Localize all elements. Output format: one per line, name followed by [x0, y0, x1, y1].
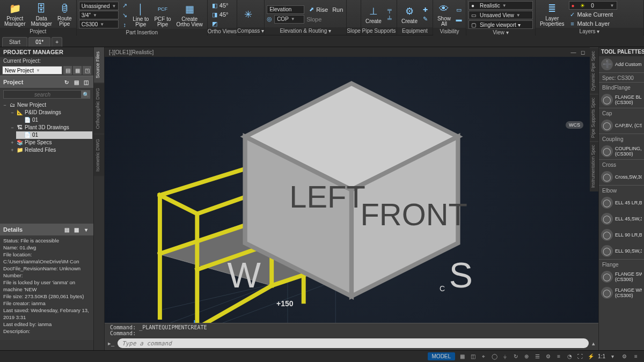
- pm-tool-button[interactable]: ◫: [82, 78, 90, 86]
- status-toggle-icon[interactable]: ⌖: [479, 352, 488, 361]
- tp-item[interactable]: ◯ELL 90 LR,BV,: [599, 227, 644, 243]
- status-toggle-icon[interactable]: ⚡: [586, 352, 596, 361]
- create-equipment-button[interactable]: ⚙Create: [399, 1, 420, 27]
- spec-dropdown[interactable]: CS300▼: [79, 20, 119, 28]
- status-menu-icon[interactable]: ≡: [631, 352, 641, 361]
- data-manager-button[interactable]: 🗄Data Manager: [28, 1, 54, 28]
- status-toggle-icon[interactable]: ☰: [532, 352, 542, 361]
- line-to-pipe-button[interactable]: │Line to Pipe: [130, 1, 151, 29]
- tree-node[interactable]: 📄01: [16, 131, 92, 139]
- twisty-icon[interactable]: −: [2, 101, 8, 109]
- twisty-icon[interactable]: −: [10, 109, 15, 116]
- tp-item[interactable]: ◯ELL 45,SW,300: [599, 211, 644, 227]
- panel-title[interactable]: Compass ▾: [237, 27, 264, 35]
- viewport-label[interactable]: [-][OLE1][Realistic]: [109, 49, 153, 55]
- maximize-icon[interactable]: ◻: [581, 49, 585, 55]
- route-pipe-button[interactable]: 🛢Route Pipe: [55, 1, 74, 28]
- pm-refresh-button[interactable]: ↻: [62, 78, 71, 86]
- tp-item[interactable]: ◯ELL 90,SW,300: [599, 243, 644, 259]
- status-toggle-icon[interactable]: ⚙: [543, 352, 553, 361]
- angle-more-button[interactable]: ◩: [210, 19, 230, 28]
- status-toggle-icon[interactable]: ≡: [554, 352, 564, 361]
- part-small-btn[interactable]: ↗: [120, 1, 129, 10]
- panel-title[interactable]: Layers ▾: [536, 28, 643, 35]
- details-view-button[interactable]: ▤: [62, 225, 71, 234]
- tree-node[interactable]: +📁Related Files: [9, 146, 92, 154]
- file-tab-start[interactable]: Start: [2, 37, 27, 47]
- twisty-icon[interactable]: +: [10, 139, 15, 146]
- search-icon[interactable]: 🔍: [82, 90, 90, 99]
- command-input[interactable]: [122, 340, 584, 347]
- project-section-header[interactable]: Project ↻ ▤ ◫: [0, 76, 93, 88]
- pm-tool-button[interactable]: ▤: [63, 66, 72, 75]
- scale-display[interactable]: 1:1: [598, 353, 605, 359]
- new-tab-button[interactable]: +: [52, 37, 62, 47]
- spec-unassigned-dropdown[interactable]: Unassigned▼: [79, 2, 119, 10]
- angle-45-button[interactable]: ◧45°: [210, 1, 230, 10]
- wcs-badge[interactable]: WCS: [566, 121, 583, 129]
- status-toggle-icon[interactable]: ◯: [489, 352, 499, 361]
- twisty-icon[interactable]: −: [10, 124, 15, 131]
- tp-item[interactable]: ◯COUPLING,SW(CS300): [599, 143, 644, 159]
- file-tab-01[interactable]: 01*: [28, 37, 50, 47]
- pm-tool-button[interactable]: ◳: [83, 66, 91, 75]
- elevation-dropdown[interactable]: Elevation: [267, 5, 304, 14]
- viewport-config-dropdown[interactable]: ▢Single viewport ▾: [469, 20, 533, 29]
- create-ortho-button[interactable]: ▦Create Ortho View: [174, 1, 205, 29]
- match-layer-button[interactable]: ≡Match Layer: [568, 19, 618, 28]
- search-input[interactable]: [3, 90, 82, 99]
- support-small-btn[interactable]: ╧: [385, 14, 394, 23]
- rise-button[interactable]: ⬈Rise: [306, 5, 329, 14]
- tree-node[interactable]: +📚Pipe Specs: [9, 139, 92, 146]
- status-menu-icon[interactable]: ▾: [608, 352, 617, 361]
- layer-dropdown[interactable]: ● ☀ 0▼: [569, 1, 617, 10]
- equip-small-btn[interactable]: ✚: [421, 5, 430, 14]
- add-custom-part-button[interactable]: ➕Add Custom P: [599, 56, 644, 72]
- status-toggle-icon[interactable]: ⏚: [500, 352, 510, 361]
- cop-dropdown[interactable]: COP▼: [274, 15, 304, 24]
- settings-icon[interactable]: ⚙: [619, 352, 629, 361]
- side-tab-ortho[interactable]: Orthographic DWG: [94, 84, 104, 134]
- angle-45b-button[interactable]: ◨45°: [210, 10, 230, 19]
- saved-view-dropdown[interactable]: ▭Unsaved View▼: [469, 11, 533, 19]
- status-toggle-icon[interactable]: ⊕: [522, 352, 531, 361]
- model-viewport[interactable]: +300 +150 A B C 1 2 LEFT FRONT W S WCS: [105, 57, 598, 323]
- tp-item[interactable]: ◯ELL 45 LR,BV,: [599, 195, 644, 211]
- layer-properties-button[interactable]: ≣Layer Properties: [538, 1, 567, 28]
- support-small-btn[interactable]: ╤: [385, 5, 394, 14]
- vis-small-btn[interactable]: ▬: [454, 15, 464, 24]
- command-icon[interactable]: ▸_: [108, 340, 114, 347]
- panel-title[interactable]: View ▾: [466, 29, 535, 36]
- tp-tab-instrument[interactable]: Instrumentation Spec: [590, 141, 598, 191]
- panel-title[interactable]: Elevation & Routing ▾: [265, 27, 346, 35]
- visual-style-dropdown[interactable]: ●Realistic▼: [469, 1, 533, 10]
- pm-tool-button[interactable]: ▦: [73, 66, 82, 75]
- project-manager-button[interactable]: 📁Project Manager: [2, 1, 27, 28]
- twisty-icon[interactable]: +: [10, 146, 15, 154]
- details-view-button[interactable]: ▦: [72, 225, 80, 234]
- tree-node[interactable]: −🏗Plant 3D Drawings: [9, 124, 92, 131]
- create-support-button[interactable]: ⊥Create: [363, 1, 384, 27]
- side-tab-source[interactable]: Source Files: [94, 47, 104, 83]
- tree-node[interactable]: −🗂New Project: [1, 101, 92, 109]
- details-collapse-button[interactable]: ▾: [82, 225, 90, 234]
- current-project-dropdown[interactable]: New Project▼: [2, 66, 62, 75]
- size-dropdown[interactable]: 3/4"▼: [79, 11, 119, 19]
- tp-item[interactable]: ◯Cross,SW,300: [599, 169, 644, 185]
- model-space-button[interactable]: MODEL: [428, 352, 456, 360]
- pm-tool-button[interactable]: ▤: [72, 78, 80, 86]
- tp-item[interactable]: ◯FLANGE SW,FI(CS300): [599, 269, 644, 285]
- part-small-btn[interactable]: ↕: [120, 20, 129, 29]
- minimize-icon[interactable]: —: [570, 49, 576, 55]
- status-toggle-icon[interactable]: ◫: [468, 352, 478, 361]
- tp-tab-supports[interactable]: Pipe Supports Spec: [590, 94, 598, 141]
- tp-item[interactable]: ◯CAP,BV, (CS30: [599, 117, 644, 134]
- tp-item[interactable]: ◯FLANGE WN,F(CS300): [599, 285, 644, 301]
- tp-tab-dynamic[interactable]: Dynamic Pipe Spec: [590, 47, 598, 94]
- side-tab-iso[interactable]: Isometric DWG: [94, 135, 104, 176]
- make-current-button[interactable]: ✓Make Current: [568, 10, 618, 19]
- tp-item[interactable]: ◯FLANGE BLIND(CS300): [599, 92, 644, 108]
- equip-small-btn[interactable]: ✎: [421, 14, 430, 23]
- status-toggle-icon[interactable]: ↻: [511, 352, 521, 361]
- compass-button[interactable]: ✳: [239, 1, 257, 27]
